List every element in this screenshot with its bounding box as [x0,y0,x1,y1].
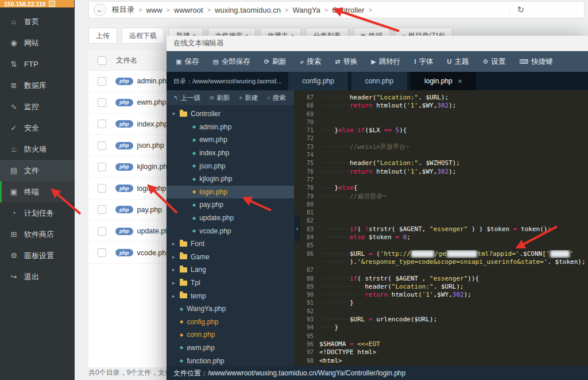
php-file-icon: php [115,206,133,213]
tree-item-Lang[interactable]: ▸Lang [167,263,294,277]
tree-item-Controller[interactable]: ▾Controller [167,108,294,121]
logout-icon: ↪ [9,272,18,281]
sidebar-item-monitor[interactable]: ∿监控 [0,96,75,117]
select-all-checkbox[interactable] [98,56,106,65]
row-checkbox[interactable] [98,141,106,150]
tree-item-index.php[interactable]: ◆index.php [167,147,294,160]
tree-item-Tpl[interactable]: ▸Tpl [167,277,294,290]
code-line: 81 [294,209,588,217]
row-checkbox[interactable] [98,163,106,171]
tree-item-conn.php[interactable]: ◆conn.php [167,328,294,341]
tree-new-button[interactable]: +新建 [235,93,261,103]
code-text: ····}else{ [319,184,588,192]
refresh-button[interactable]: ⟳刷新 [264,57,287,67]
code-line: 74 [294,151,588,159]
code-line: 68········return htmlout('1',$WY,302); [294,102,588,110]
breadcrumb-item[interactable]: wuxing.taomiduo.cn [215,6,281,14]
caret-collapsed-icon[interactable]: ▸ [172,280,180,286]
sidebar-item-logout[interactable]: ↪退出 [0,266,75,287]
tree-item-pay.php[interactable]: ◆pay.php [167,198,294,212]
editor-tab-conn.php[interactable]: conn.php [351,72,407,90]
editor-modal: 在线文本编辑器 ▣保存▤全部保存⟳刷新⌕搜索⇄替换▶跳转行I字体U主题⚙设置⌨快… [167,36,588,380]
editor-modal-titlebar[interactable]: 在线文本编辑器 [167,36,588,51]
tree-refresh-button[interactable]: ⟳刷新 [206,93,233,103]
caret-collapsed-icon[interactable]: ▸ [172,254,180,260]
sidebar-item-ftp[interactable]: ⇅FTP [0,53,75,75]
save-button[interactable]: ▣保存 [176,57,199,67]
remote-download-button[interactable]: 远程下载 [122,28,164,44]
sidebar-item-panel-settings[interactable]: ⚙面板设置 [0,245,75,266]
tree-search-button[interactable]: ⌕搜索 [264,93,289,103]
tree-item-label: ewm.php [187,344,215,352]
row-checkbox[interactable] [98,77,106,86]
sidebar-item-home[interactable]: ⌂首页 [0,11,75,32]
editor-tab-login.php[interactable]: login.php✕ [411,72,476,90]
settings-button[interactable]: ⚙设置 [482,57,505,67]
column-header-filename[interactable]: 文件名 [116,56,138,66]
row-checkbox[interactable] [98,120,106,128]
caret-collapsed-icon[interactable]: ▸ [172,293,180,299]
tree-item-ewm.php[interactable]: ◆ewm.php [167,133,294,147]
row-checkbox[interactable] [98,98,106,107]
tree-item-Game[interactable]: ▸Game [167,251,294,264]
line-number: 98 [294,357,319,365]
tree-item-config.php[interactable]: ◆config.php [167,316,294,329]
editor-tab-config.php[interactable]: config.php [288,72,347,90]
tree-collapse-handle[interactable]: ‹ [294,215,300,241]
tree-item-json.php[interactable]: ◆json.php [167,159,294,172]
button-label: 全部保存 [222,57,250,67]
refresh-icon[interactable]: ↻ [509,5,524,15]
goto-line-button[interactable]: ▶跳转行 [371,57,400,67]
caret-collapsed-icon[interactable]: ▸ [172,241,180,247]
tree-item-login.php[interactable]: ◆login.php [167,186,294,199]
code-text [319,217,588,225]
sidebar-item-terminal[interactable]: ▣终端 [0,181,75,202]
row-checkbox[interactable] [98,227,106,236]
tree-item-label: function.php [187,357,224,365]
tree-up-level-button[interactable]: ↰上一级 [170,93,204,103]
file-name: json.php [137,141,164,149]
save-all-button[interactable]: ▤全部保存 [212,57,250,67]
theme-icon: U [447,58,451,65]
caret-expanded-icon[interactable]: ▾ [172,111,180,117]
breadcrumb-item[interactable]: Controller [332,6,364,14]
sidebar-item-database[interactable]: ≣数据库 [0,75,75,96]
theme-button[interactable]: U主题 [447,57,469,67]
sidebar-item-files[interactable]: ▤文件 [0,160,75,181]
tree-item-kjlogin.php[interactable]: ◆kjlogin.php [167,172,294,186]
breadcrumb-item[interactable]: WangYa [292,6,320,14]
tree-item-admin.php[interactable]: ◆admin.php [167,121,294,134]
code-area[interactable]: 67········header("Location:". $URL);68··… [294,90,588,366]
close-icon[interactable]: ✕ [458,78,462,85]
tree-item-function.php[interactable]: ◆function.php [167,354,294,366]
sidebar-item-firewall[interactable]: ♨防火墙 [0,139,75,160]
sidebar-item-appstore[interactable]: ⊞软件商店 [0,224,75,245]
font-button[interactable]: I字体 [414,57,433,67]
php-file-icon: ◆ [180,358,183,363]
caret-collapsed-icon[interactable]: ▸ [172,267,180,272]
hotkeys-button[interactable]: ⌨快捷键 [519,57,552,67]
tree-item-WangYa.php[interactable]: ◆WangYa.php [167,302,294,316]
tree-item-vcode.php[interactable]: ◆vcode.php [167,224,294,237]
search-button[interactable]: ⌕搜索 [300,57,321,67]
breadcrumb-item[interactable]: 根目录 [112,5,134,15]
upload-button[interactable]: 上传 [88,28,117,44]
tree-item-update.php[interactable]: ◆update.php [167,212,294,225]
breadcrumb-item[interactable]: wwwroot [174,6,203,14]
breadcrumb-item[interactable]: www [146,6,162,14]
back-button[interactable]: ← [94,3,106,16]
folder-icon [180,281,187,286]
files-icon: ▤ [9,166,18,175]
row-checkbox[interactable] [98,205,106,214]
sidebar-item-cron[interactable]: ◔计划任务 [0,202,75,224]
tree-item-temp[interactable]: ▸temp [167,289,294,302]
row-checkbox[interactable] [98,184,106,193]
row-checkbox[interactable] [98,248,106,257]
sidebar-item-label: FTP [24,60,38,68]
tree-item-Font[interactable]: ▸Font [167,237,294,251]
replace-button[interactable]: ⇄替换 [335,57,357,67]
php-file-icon: ◆ [192,163,196,168]
sidebar-item-security[interactable]: ✓安全 [0,117,75,139]
sidebar-item-website[interactable]: ◉网站 [0,32,75,53]
tree-item-ewm.php[interactable]: ◆ewm.php [167,341,294,355]
